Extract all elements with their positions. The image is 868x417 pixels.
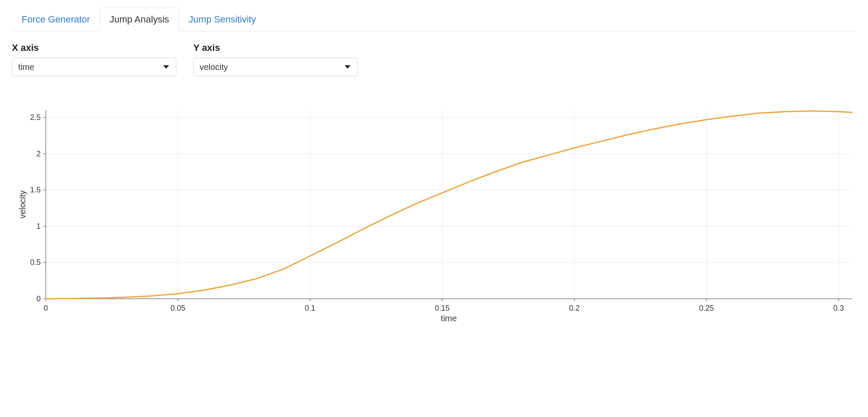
y-tick-label: 2.5 [30,113,41,122]
y-axis-label: Y axis [193,42,358,53]
x-tick-label: 0 [44,304,48,312]
chart: 00.050.10.150.20.250.300.511.522.5timeve… [12,106,856,326]
x-tick-label: 0.3 [833,304,844,312]
y-tick-label: 1.5 [30,186,41,194]
chevron-down-icon [345,65,351,69]
x-tick-label: 0.2 [569,304,580,312]
x-axis-label: X axis [12,42,176,53]
x-tick-label: 0.15 [435,304,450,312]
x-axis-title: time [441,314,457,323]
chart-grid [46,110,852,299]
tab-jump-analysis[interactable]: Jump Analysis [100,8,179,31]
x-axis-control: X axis time [12,42,176,76]
axis-controls: X axis time Y axis velocity [12,42,856,76]
x-tick-label: 0.05 [170,304,185,312]
y-axis-select[interactable]: velocity [193,58,358,76]
tab-jump-sensitivity[interactable]: Jump Sensitivity [179,8,266,31]
x-axis-value: time [18,62,34,72]
chart-svg: 00.050.10.150.20.250.300.511.522.5timeve… [12,106,856,326]
y-axis-title: velocity [18,190,27,219]
y-axis-value: velocity [200,62,228,72]
y-tick-label: 1 [36,222,41,231]
y-tick-label: 2 [36,150,41,158]
y-axis-control: Y axis velocity [193,42,358,76]
x-tick-label: 0.25 [699,304,714,312]
x-tick-label: 0.1 [305,304,315,312]
y-tick-label: 0 [36,295,41,303]
chevron-down-icon [163,65,169,69]
series-line [46,111,852,299]
y-tick-label: 0.5 [30,258,41,267]
chart-axes: 00.050.10.150.20.250.300.511.522.5 [30,110,852,312]
x-axis-select[interactable]: time [12,58,176,76]
tab-bar: Force Generator Jump Analysis Jump Sensi… [12,8,856,31]
tab-force-generator[interactable]: Force Generator [12,8,100,31]
